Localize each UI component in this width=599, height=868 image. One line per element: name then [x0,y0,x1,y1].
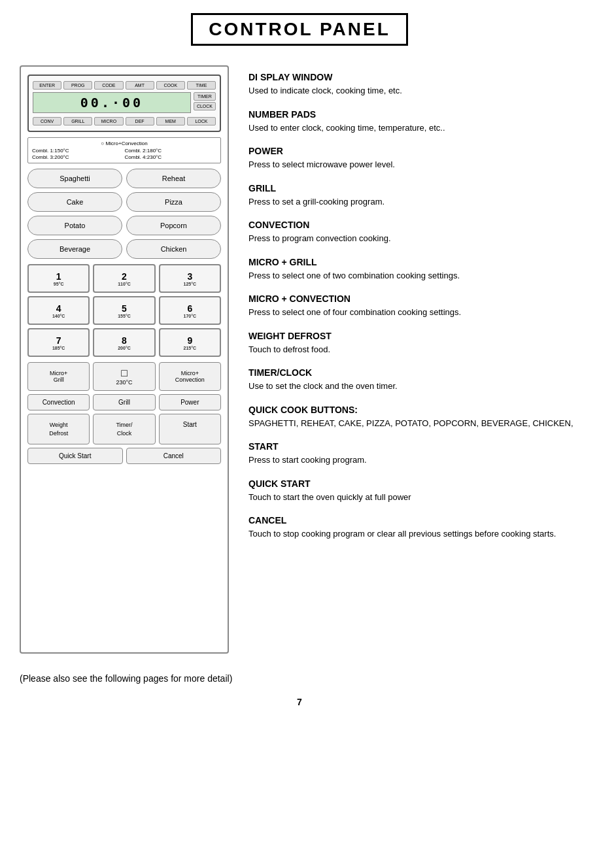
btn-micro-convection[interactable]: Micro+ Convection [159,362,221,391]
btn-6[interactable]: 6 170°C [159,296,221,325]
display-bottom-row: CONV GRILL MICRO DEF MEM LOCK [33,117,216,125]
num-temp-4: 140°C [52,314,65,318]
btn-micro-grill[interactable]: Micro+ Grill [27,362,90,391]
micro-grill-line2: Grill [54,376,64,383]
btn-timer[interactable]: TIMER [194,92,216,101]
btn-quick-start[interactable]: Quick Start [27,448,123,464]
desc-micro-grill-title: MICRO + GRILL [248,257,579,267]
btn-1[interactable]: 1 95°C [27,264,90,293]
num-icon-7: 7 [56,335,61,346]
page-number: 7 [297,697,302,707]
btn-chicken[interactable]: Chicken [126,239,221,259]
btn-start[interactable]: Start [159,414,221,444]
num-icon-6: 6 [187,303,192,314]
desc-convection: CONVECTION Press to program convection c… [248,220,579,245]
btn-def[interactable]: DEF [126,117,154,125]
btn-amt[interactable]: AMT [126,81,154,90]
btn-weight-defrost[interactable]: WeightDefrost [27,414,90,444]
btn-3[interactable]: 3 125°C [159,264,221,293]
btn-grill-d[interactable]: GRILL [63,117,92,125]
combi-3: Combl. 3:200°C [32,154,124,160]
main-layout: ENTER PROG CODE AMT COOK TIME 00.·00 TIM… [20,65,579,654]
num-temp-6: 170°C [184,314,197,318]
quick-cook-grid: Spaghetti Reheat Cake Pizza Potato Popco… [27,169,221,259]
num-temp-1: 95°C [54,282,64,286]
btn-2[interactable]: 2 110°C [93,264,155,293]
btn-conv[interactable]: CONV [33,117,61,125]
desc-grill: GRILL Press to set a grill-cooking progr… [248,183,579,209]
desc-power-text: Press to select microwave power level. [248,158,579,171]
btn-prog[interactable]: PROG [63,81,92,90]
square-icon: □ [121,367,128,379]
num-icon-2: 2 [122,271,127,282]
desc-quick-cook: QUICK COOK BUTTONS: SPAGHETTI, REHEAT, C… [248,405,579,430]
btn-5[interactable]: 5 155°C [93,296,155,325]
combi-2: Combl. 2:180°C [125,148,217,154]
desc-quick-start-title: QUICK START [248,478,579,489]
btn-230c[interactable]: □ 230°C [93,362,155,391]
btn-mem[interactable]: MEM [156,117,185,125]
btn-clock[interactable]: CLOCK [194,102,216,110]
btn-potato[interactable]: Potato [27,216,122,235]
btn-timer-clock[interactable]: Timer/Clock [93,414,155,444]
btn-time[interactable]: TIME [187,81,216,90]
btn-popcorn[interactable]: Popcorn [126,216,221,235]
num-icon-4: 4 [56,303,61,314]
desc-quick-start: QUICK START Touch to start the oven quic… [248,478,579,504]
btn-code[interactable]: CODE [94,81,123,90]
micro-grill-line1: Micro+ [50,370,67,376]
desc-grill-title: GRILL [248,183,579,193]
btn-enter[interactable]: ENTER [33,81,61,90]
btn-8[interactable]: 8 200°C [93,328,155,357]
num-icon-1: 1 [56,271,61,282]
special-row: Micro+ Grill □ 230°C Micro+ Convection [27,362,221,391]
desc-weight-defrost-text: Touch to defrost food. [248,343,579,356]
btn-convection[interactable]: Convection [27,394,90,410]
page-number-wrapper: 7 [20,697,579,707]
combi-1: Combl. 1:150°C [32,148,124,154]
desc-power-title: POWER [248,146,579,156]
desc-timer-clock: TIMER/CLOCK Use to set the clock and the… [248,367,579,393]
desc-micro-grill: MICRO + GRILL Press to select one of two… [248,257,579,282]
btn-grill[interactable]: Grill [93,394,155,410]
btn-cancel[interactable]: Cancel [126,448,222,464]
desc-micro-convection-title: MICRO + CONVECTION [248,293,579,304]
desc-quick-start-text: Touch to start the oven quickly at full … [248,491,579,504]
desc-display-window-text: Used to indicate clock, cooking time, et… [248,84,579,97]
desc-start-title: START [248,441,579,452]
desc-quick-cook-title: QUICK COOK BUTTONS: [248,405,579,415]
btn-spaghetti[interactable]: Spaghetti [27,169,122,188]
desc-convection-title: CONVECTION [248,220,579,230]
btn-9[interactable]: 9 215°C [159,328,221,357]
num-temp-5: 155°C [118,314,131,318]
btn-pizza[interactable]: Pizza [126,192,221,212]
desc-start: START Press to start cooking program. [248,441,579,467]
ctrl-row-2: WeightDefrost Timer/Clock Start [27,414,221,444]
btn-4[interactable]: 4 140°C [27,296,90,325]
page-title: CONTROL PANEL [191,13,408,46]
desc-micro-grill-text: Press to select one of two combination c… [248,269,579,282]
desc-cancel: CANCEL Touch to stop cooking program or … [248,515,579,541]
btn-power[interactable]: Power [159,394,221,410]
desc-timer-clock-title: TIMER/CLOCK [248,367,579,378]
footer-note: (Please also see the following pages for… [20,673,232,684]
display-top-row: ENTER PROG CODE AMT COOK TIME [33,81,216,90]
desc-weight-defrost-title: WEIGHT DEFROST [248,331,579,341]
btn-reheat[interactable]: Reheat [126,169,221,188]
display-side-btns: TIMER CLOCK [194,92,216,116]
num-temp-7: 185°C [52,346,65,350]
btn-micro-d[interactable]: MICRO [94,117,123,125]
desc-quick-cook-text: SPAGHETTI, REHEAT, CAKE, PIZZA, POTATO, … [248,417,579,430]
combi-title: ○ Micro+Convection [32,141,216,146]
display-screen-main: 00.·00 [33,92,191,116]
num-icon-9: 9 [187,335,192,346]
num-temp-2: 110°C [118,282,131,286]
num-icon-8: 8 [122,335,127,346]
btn-7[interactable]: 7 185°C [27,328,90,357]
btn-lock[interactable]: LOCK [187,117,216,125]
btn-beverage[interactable]: Beverage [27,239,122,259]
desc-micro-convection: MICRO + CONVECTION Press to select one o… [248,293,579,319]
btn-cake[interactable]: Cake [27,192,122,212]
btn-cook[interactable]: COOK [156,81,185,90]
combi-4: Combl. 4:230°C [125,154,217,160]
